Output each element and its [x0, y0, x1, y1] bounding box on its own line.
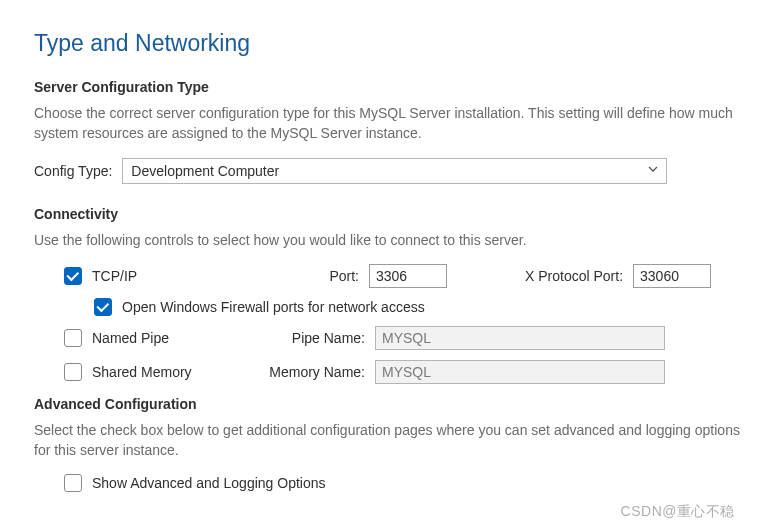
named-pipe-checkbox[interactable] — [64, 329, 82, 347]
chevron-down-icon — [648, 166, 658, 176]
config-type-dropdown[interactable]: Development Computer — [122, 158, 667, 184]
tcpip-checkbox[interactable] — [64, 267, 82, 285]
advanced-desc: Select the check box below to get additi… — [34, 420, 741, 461]
server-config-section: Server Configuration Type Choose the cor… — [34, 79, 741, 184]
firewall-label: Open Windows Firewall ports for network … — [122, 299, 425, 315]
memory-name-input — [375, 360, 665, 384]
memory-name-label: Memory Name: — [253, 364, 365, 380]
advanced-config-section: Advanced Configuration Select the check … — [34, 396, 741, 493]
shared-memory-label: Shared Memory — [92, 364, 192, 380]
shared-memory-checkbox[interactable] — [64, 363, 82, 381]
show-advanced-label: Show Advanced and Logging Options — [92, 475, 326, 491]
firewall-checkbox[interactable] — [94, 298, 112, 316]
pipe-name-label: Pipe Name: — [253, 330, 365, 346]
server-config-desc: Choose the correct server configuration … — [34, 103, 741, 144]
server-config-heading: Server Configuration Type — [34, 79, 741, 95]
xprotocol-port-label: X Protocol Port: — [525, 268, 623, 284]
watermark: CSDN@重心不稳 — [621, 503, 735, 521]
connectivity-desc: Use the following controls to select how… — [34, 230, 741, 250]
config-type-selected: Development Computer — [131, 163, 279, 179]
show-advanced-checkbox[interactable] — [64, 474, 82, 492]
port-input[interactable] — [369, 264, 447, 288]
xprotocol-port-input[interactable] — [633, 264, 711, 288]
connectivity-section: Connectivity Use the following controls … — [34, 206, 741, 384]
connectivity-heading: Connectivity — [34, 206, 741, 222]
config-type-label: Config Type: — [34, 163, 112, 179]
pipe-name-input — [375, 326, 665, 350]
page-title: Type and Networking — [34, 30, 741, 57]
port-label: Port: — [319, 268, 359, 284]
advanced-heading: Advanced Configuration — [34, 396, 741, 412]
named-pipe-label: Named Pipe — [92, 330, 169, 346]
tcpip-label: TCP/IP — [92, 268, 137, 284]
